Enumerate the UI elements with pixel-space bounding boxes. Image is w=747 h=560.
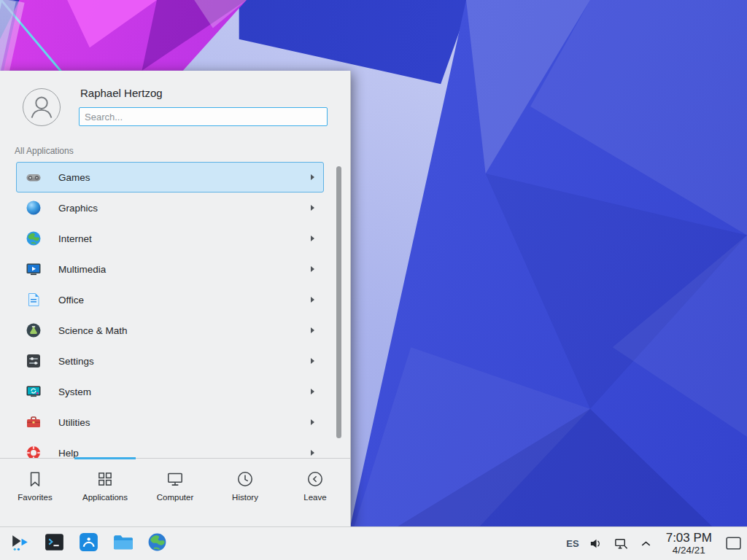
submenu-arrow-icon	[311, 236, 314, 241]
category-label: Games	[58, 172, 90, 183]
browser-globe-button[interactable]	[144, 532, 169, 556]
submenu-arrow-icon	[311, 266, 314, 272]
system-icon	[25, 383, 42, 400]
kickoff-launcher-button[interactable]	[7, 532, 32, 556]
digital-clock[interactable]: 7:03 PM 4/24/21	[666, 531, 712, 556]
clock-date: 4/24/21	[673, 545, 705, 556]
help-icon	[25, 444, 42, 458]
applications-icon	[96, 470, 115, 489]
tab-applications[interactable]: Applications	[70, 459, 140, 526]
dolphin-folder-icon	[112, 531, 134, 556]
computer-icon	[166, 470, 185, 489]
category-item-internet[interactable]: Internet	[16, 223, 324, 254]
submenu-arrow-icon	[311, 174, 314, 180]
taskbar: ES 7:03 PM 4/24/21	[0, 526, 747, 560]
category-label: Science & Math	[58, 325, 128, 336]
konsole-button[interactable]	[42, 532, 66, 556]
clock-time: 7:03 PM	[666, 531, 712, 545]
submenu-arrow-icon	[311, 205, 314, 211]
tab-label: Leave	[303, 493, 326, 502]
utilities-icon	[25, 413, 42, 431]
submenu-arrow-icon	[311, 327, 314, 333]
category-label: Utilities	[58, 417, 90, 428]
search-input[interactable]	[79, 107, 328, 126]
user-avatar[interactable]	[23, 88, 61, 126]
user-name: Raphael Hertzog	[80, 87, 163, 99]
category-item-office[interactable]: Office	[16, 284, 324, 315]
category-label: Help	[58, 448, 79, 459]
internet-icon	[25, 230, 42, 247]
favorites-icon	[26, 470, 44, 489]
network-icon[interactable]	[614, 536, 629, 551]
category-item-help[interactable]: Help	[16, 438, 324, 458]
category-item-system[interactable]: System	[16, 376, 324, 407]
category-label: System	[58, 386, 91, 397]
dolphin-folder-button[interactable]	[110, 532, 135, 556]
submenu-arrow-icon	[311, 297, 314, 303]
tab-label: Computer	[157, 493, 194, 502]
submenu-arrow-icon	[311, 450, 314, 456]
application-launcher-menu: Raphael Hertzog All Applications GamesGr…	[0, 71, 351, 526]
konsole-icon	[43, 531, 66, 556]
leave-icon	[306, 470, 325, 489]
category-list: GamesGraphicsInternetMultimediaOfficeSci…	[0, 162, 351, 458]
submenu-arrow-icon	[311, 389, 314, 394]
tab-history[interactable]: History	[210, 459, 280, 526]
history-icon	[236, 470, 255, 489]
settings-icon	[25, 352, 42, 370]
expand-tray-caret-icon[interactable]	[638, 536, 654, 551]
multimedia-icon	[25, 260, 42, 278]
keyboard-layout-indicator[interactable]: ES	[566, 538, 578, 549]
kickoff-launcher-icon	[9, 531, 31, 556]
scrollbar-thumb[interactable]	[336, 166, 341, 438]
tab-label: History	[232, 493, 258, 502]
category-item-settings[interactable]: Settings	[16, 346, 324, 376]
tab-computer[interactable]: Computer	[140, 459, 210, 526]
discover-button[interactable]	[76, 532, 101, 556]
category-item-science-math[interactable]: Science & Math	[16, 315, 324, 346]
category-label: Office	[58, 295, 84, 306]
tab-favorites[interactable]: Favorites	[0, 459, 70, 526]
submenu-arrow-icon	[311, 358, 314, 364]
games-icon	[25, 168, 42, 186]
tab-leave[interactable]: Leave	[280, 459, 350, 526]
discover-icon	[77, 531, 100, 556]
browser-globe-icon	[146, 531, 169, 556]
science-icon	[25, 322, 42, 339]
volume-icon[interactable]	[589, 536, 604, 551]
category-item-utilities[interactable]: Utilities	[16, 407, 324, 438]
tab-label: Favorites	[18, 493, 52, 502]
tab-label: Applications	[82, 493, 128, 502]
taskbar-pinned-apps	[4, 532, 169, 556]
category-label: Internet	[58, 233, 92, 244]
category-item-multimedia[interactable]: Multimedia	[16, 254, 324, 284]
category-label: Settings	[58, 356, 94, 367]
category-item-games[interactable]: Games	[16, 162, 324, 192]
show-desktop-icon[interactable]	[724, 534, 743, 553]
section-label: All Applications	[15, 146, 74, 156]
graphics-icon	[25, 199, 42, 217]
submenu-arrow-icon	[311, 419, 314, 425]
system-tray: ES 7:03 PM 4/24/21	[566, 531, 743, 556]
category-label: Multimedia	[58, 264, 106, 275]
launcher-footer-tabs: FavoritesApplicationsComputerHistoryLeav…	[0, 458, 350, 526]
office-icon	[25, 291, 42, 308]
category-label: Graphics	[58, 203, 98, 214]
category-item-graphics[interactable]: Graphics	[16, 192, 324, 223]
